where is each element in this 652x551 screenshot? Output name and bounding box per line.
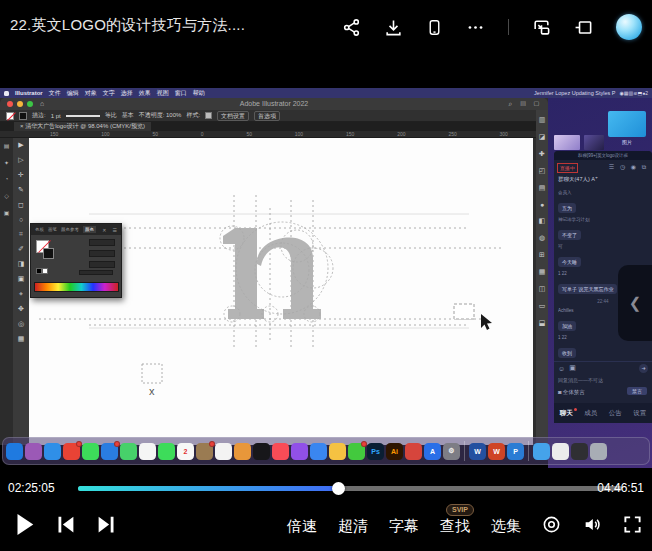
chat-tab-公告: 公告 bbox=[609, 409, 622, 418]
share-icon[interactable] bbox=[342, 18, 361, 37]
episodes-button[interactable]: 选集 bbox=[491, 517, 521, 536]
chat-sender: 可 bbox=[558, 244, 648, 249]
panel-icon: ✚ bbox=[539, 150, 545, 158]
current-time: 02:25:05 bbox=[8, 481, 55, 495]
tool-icon: ✛ bbox=[18, 171, 24, 179]
video-frame[interactable]: Illustrator 文件编辑对象文字选择效果视图窗口帮助 Jennifer … bbox=[0, 55, 652, 470]
tool-icon: ▶ bbox=[18, 141, 23, 149]
previous-episode-button[interactable] bbox=[55, 514, 76, 539]
illustrator-titlebar: ⌂ Adobe Illustrator 2022 ⌕ ▤ ▢ bbox=[0, 98, 548, 110]
illustrator-window-title: Adobe Illustrator 2022 bbox=[0, 100, 548, 107]
stroke-label: 描边: bbox=[32, 111, 46, 120]
player-titlebar: 22.英文LOGO的设计技巧与方法.... bbox=[0, 0, 652, 55]
speed-button[interactable]: 倍速 bbox=[287, 517, 317, 536]
panel-icon: ◇ bbox=[4, 192, 9, 199]
desktop-blue-window bbox=[608, 111, 646, 137]
color-panel: 色板 画笔 颜色参考 颜色 ✕ ☰ bbox=[30, 223, 122, 298]
menubar-status: Jennifer Lopez Updating Styles P ◉▦▥≋⬒●2 bbox=[534, 90, 648, 96]
tool-icon: ⌖ bbox=[19, 290, 23, 298]
stroke-preview bbox=[66, 115, 100, 117]
video-title: 22.英文LOGO的设计技巧与方法.... bbox=[10, 16, 245, 35]
more-icon[interactable] bbox=[466, 18, 485, 37]
dock-icon-safari bbox=[44, 443, 61, 460]
panel-icon: ▣ bbox=[4, 209, 10, 216]
ruler-number: 100 bbox=[295, 131, 303, 137]
play-button[interactable] bbox=[14, 512, 35, 541]
menubar-menu: 文件 bbox=[49, 90, 61, 96]
dock-icon-pencil bbox=[329, 443, 346, 460]
ruler-number: 200 bbox=[397, 131, 405, 137]
cast-icon[interactable] bbox=[574, 18, 593, 37]
mute-all-button: 禁言 bbox=[627, 387, 647, 395]
apple-logo-icon bbox=[4, 91, 9, 96]
chat-bubble: 加油 bbox=[558, 321, 576, 331]
dock-icon-photoshop: Ps bbox=[367, 443, 384, 460]
chat-bubble: 收到 bbox=[558, 348, 576, 358]
close-icon: ✕ bbox=[102, 227, 106, 233]
pip-icon[interactable] bbox=[532, 18, 551, 37]
menubar-menu: 文字 bbox=[103, 90, 115, 96]
ruler-number: 150 bbox=[346, 131, 354, 137]
tool-icon: ⌗ bbox=[19, 230, 23, 238]
total-time: 04:46:51 bbox=[597, 481, 644, 495]
collapsed-panel-column: ▤✦◔◇▣ bbox=[0, 138, 13, 445]
dock-icon-mail bbox=[101, 443, 118, 460]
panel-icon: ◍ bbox=[539, 234, 545, 242]
live-tag: 直播中 bbox=[557, 163, 578, 173]
right-panel-strip: ▥◪✚◰▤●◧◍⊞▦◫▭⬓ bbox=[536, 110, 548, 445]
mute-all-label: ◙ 全体禁言 bbox=[558, 389, 585, 396]
graphic-style-swatch bbox=[205, 112, 212, 119]
dock-separator bbox=[528, 441, 529, 461]
dock-icon-messages bbox=[82, 443, 99, 460]
desktop-area: 图片 群聊[99+]英文logo设计班 直播中 ☰ ◷ ◉ ⧉ 群聊天(47人)… bbox=[548, 98, 652, 468]
send-icon: ➜ bbox=[639, 364, 648, 373]
menubar-menu: 帮助 bbox=[193, 90, 205, 96]
chat-header-icons: ☰ ◷ ◉ ⧉ bbox=[609, 163, 648, 171]
menubar-menu: 窗口 bbox=[175, 90, 187, 96]
menubar-menu: 选择 bbox=[121, 90, 133, 96]
menubar-menu: 视图 bbox=[157, 90, 169, 96]
graphic-style-label: 样式: bbox=[186, 111, 200, 120]
next-episode-button[interactable] bbox=[96, 514, 117, 539]
style-dropdown: 基本 bbox=[122, 111, 134, 120]
dock-icon-chrome bbox=[63, 443, 80, 460]
dock-icon-books bbox=[234, 443, 251, 460]
tool-icon: ▣ bbox=[18, 275, 25, 283]
dock-icon-files bbox=[552, 443, 569, 460]
find-button[interactable]: 查找 SVIP bbox=[440, 517, 470, 536]
panel-icon: ◧ bbox=[539, 217, 546, 225]
dock-icon-finder bbox=[6, 443, 23, 460]
progress-bar[interactable] bbox=[78, 486, 622, 491]
dock-icon-music bbox=[272, 443, 289, 460]
chat-input-bar: ☺ ▣ ➜ bbox=[554, 361, 652, 374]
phone-icon[interactable] bbox=[426, 18, 443, 37]
white-swatch bbox=[42, 268, 48, 274]
image-icon: ▣ bbox=[569, 364, 576, 372]
chat-sender: 神记法学习计划 bbox=[558, 217, 648, 222]
dock-icon-tv bbox=[253, 443, 270, 460]
tool-icon: ○ bbox=[19, 216, 23, 223]
quality-button[interactable]: 超清 bbox=[338, 517, 368, 536]
tab-brushes: 画笔 bbox=[48, 227, 57, 232]
dock-icon-notes bbox=[196, 443, 213, 460]
danmaku-toggle-icon[interactable] bbox=[542, 515, 561, 538]
panel-icon: ⬓ bbox=[539, 319, 546, 327]
progress-thumb[interactable] bbox=[332, 482, 345, 495]
assistant-avatar[interactable] bbox=[616, 14, 642, 40]
desktop-thumbnail bbox=[554, 135, 580, 150]
menubar-status-icons: ◉▦▥≋⬒●2 bbox=[619, 90, 648, 96]
document-setup-button: 文档设置 bbox=[217, 111, 249, 121]
tool-icon: ✐ bbox=[18, 245, 24, 253]
volume-icon[interactable] bbox=[582, 515, 602, 538]
chat-message: 神记法学习计划 不变了 bbox=[558, 217, 648, 241]
tool-icon: ◨ bbox=[18, 260, 25, 268]
fullscreen-icon[interactable] bbox=[623, 515, 642, 538]
macos-dock: 2PsAiA⚙WWP bbox=[2, 437, 650, 465]
find-button-label: 查找 bbox=[440, 517, 470, 534]
dock-separator bbox=[464, 441, 465, 461]
illustrator-titlebar-icons: ⌕ ▤ ▢ bbox=[509, 100, 542, 108]
subtitle-button[interactable]: 字幕 bbox=[389, 517, 419, 536]
macos-menubar: Illustrator 文件编辑对象文字选择效果视图窗口帮助 Jennifer … bbox=[0, 88, 652, 98]
chat-subheader: 群聊天(47人) A⁺ bbox=[558, 176, 598, 183]
download-icon[interactable] bbox=[384, 18, 403, 37]
